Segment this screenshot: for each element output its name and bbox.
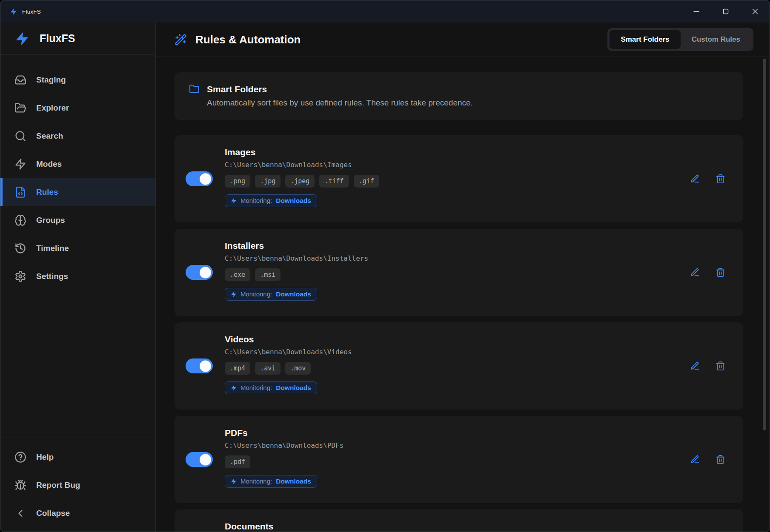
- sidebar-footer: Help Report Bug Collapse: [0, 438, 155, 532]
- monitoring-badge: Monitoring: Downloads: [225, 475, 317, 488]
- rule-name: Documents: [225, 521, 273, 532]
- extension-chip: .tiff: [319, 175, 349, 188]
- edit-rule-icon[interactable]: [690, 361, 700, 371]
- extension-chip: .mov: [285, 362, 311, 375]
- zap-icon: [231, 385, 237, 391]
- sidebar: FluxFS Staging Explorer Search Modes: [0, 23, 156, 532]
- sidebar-nav: Staging Explorer Search Modes Rules: [0, 55, 155, 438]
- delete-rule-icon[interactable]: [716, 455, 725, 464]
- zap-icon: [231, 478, 237, 484]
- toggle-knob: [200, 454, 211, 465]
- rule-actions: [690, 455, 725, 464]
- folder-open-icon: [14, 102, 26, 114]
- search-icon: [14, 130, 26, 142]
- sidebar-item[interactable]: Staging: [0, 66, 155, 94]
- close-button[interactable]: [740, 0, 770, 23]
- sidebar-footer-item[interactable]: Report Bug: [0, 471, 155, 499]
- rule-name: Installers: [225, 240, 264, 251]
- edit-rule-icon[interactable]: [690, 174, 700, 184]
- info-card-description: Automatically sort files by use defined …: [207, 98, 729, 108]
- view-tab[interactable]: Custom Rules: [681, 30, 751, 49]
- monitoring-target-link[interactable]: Downloads: [276, 290, 311, 298]
- toggle-knob: [200, 173, 211, 185]
- page-header: Rules & Automation Smart Folders Custom …: [156, 23, 770, 57]
- sidebar-item[interactable]: Explorer: [0, 94, 155, 122]
- monitoring-target-link[interactable]: Downloads: [276, 478, 311, 485]
- rule-card: Videos C:\Users\benna\Downloads\Videos .…: [175, 322, 743, 410]
- maximize-button[interactable]: [711, 0, 740, 23]
- bug-icon: [14, 479, 26, 491]
- chevron-left-icon: [14, 507, 26, 519]
- folder-icon: [189, 84, 200, 94]
- sidebar-footer-item-label: Help: [36, 452, 54, 462]
- extension-chip: .png: [225, 175, 250, 188]
- rule-path: C:\Users\benna\Downloads\Images: [225, 161, 352, 169]
- sidebar-item-label: Timeline: [36, 244, 69, 253]
- sidebar-footer-item[interactable]: Help: [0, 443, 155, 471]
- rule-card: Installers C:\Users\benna\Downloads\Inst…: [175, 229, 743, 316]
- monitoring-target-link[interactable]: Downloads: [276, 384, 311, 392]
- rule-card: Images C:\Users\benna\Downloads\Images .…: [175, 135, 743, 222]
- sidebar-item[interactable]: Timeline: [0, 234, 155, 262]
- rule-enabled-toggle[interactable]: [186, 171, 213, 186]
- rule-path: C:\Users\benna\Downloads\Videos: [225, 348, 352, 356]
- inbox-icon: [14, 74, 26, 86]
- rule-actions: [690, 361, 725, 371]
- sidebar-footer-item[interactable]: Collapse: [0, 499, 155, 527]
- extension-chip: .pdf: [225, 455, 250, 468]
- page-title: Rules & Automation: [195, 33, 301, 46]
- extension-chip: .msi: [255, 268, 281, 281]
- extension-chip: .avi: [255, 362, 281, 375]
- smart-folders-info-card: Smart Folders Automatically sort files b…: [175, 72, 743, 120]
- help-circle-icon: [14, 451, 26, 463]
- delete-rule-icon[interactable]: [716, 361, 725, 371]
- rule-enabled-toggle[interactable]: [186, 265, 213, 280]
- delete-rule-icon[interactable]: [716, 267, 725, 277]
- monitoring-label: Monitoring:: [240, 384, 272, 391]
- rule-path: C:\Users\benna\Downloads\Installers: [225, 254, 368, 262]
- rule-card: PDFs C:\Users\benna\Downloads\PDFs .pdf …: [175, 416, 743, 503]
- monitoring-label: Monitoring:: [240, 290, 272, 298]
- titlebar: FluxFS: [0, 0, 770, 23]
- sidebar-item[interactable]: Rules: [0, 178, 155, 206]
- main-panel: Rules & Automation Smart Folders Custom …: [156, 23, 770, 532]
- scrollbar-thumb[interactable]: [763, 59, 766, 430]
- wand-sparkles-icon: [175, 34, 187, 46]
- rule-extensions: .exe.msi: [225, 268, 281, 281]
- sidebar-item-label: Rules: [36, 188, 58, 197]
- sidebar-footer-item-label: Collapse: [36, 509, 70, 518]
- sidebar-item[interactable]: Groups: [0, 206, 155, 234]
- monitoring-target-link[interactable]: Downloads: [276, 197, 311, 205]
- gear-icon: [14, 270, 26, 282]
- logo-title: FluxFS: [40, 32, 75, 45]
- rule-extensions: .mp4.avi.mov: [225, 362, 311, 375]
- history-icon: [14, 242, 26, 254]
- rules-content: Smart Folders Automatically sort files b…: [156, 57, 770, 532]
- titlebar-title: FluxFS: [22, 9, 41, 15]
- rule-enabled-toggle[interactable]: [186, 452, 213, 467]
- toggle-knob: [200, 267, 211, 278]
- monitoring-label: Monitoring:: [240, 478, 272, 485]
- edit-rule-icon[interactable]: [690, 267, 700, 277]
- extension-chip: .jpg: [255, 175, 281, 188]
- edit-rule-icon[interactable]: [690, 455, 700, 464]
- sidebar-item[interactable]: Settings: [0, 262, 155, 290]
- zap-icon: [14, 158, 26, 170]
- info-card-title: Smart Folders: [207, 84, 267, 94]
- sidebar-item[interactable]: Modes: [0, 150, 155, 178]
- file-code-icon: [14, 186, 26, 198]
- rule-name: Videos: [225, 334, 254, 345]
- rule-name: PDFs: [225, 427, 248, 438]
- monitoring-label: Monitoring:: [240, 197, 272, 204]
- minimize-button[interactable]: [681, 0, 711, 23]
- delete-rule-icon[interactable]: [716, 174, 725, 184]
- logo-bolt-icon: [15, 31, 29, 46]
- extension-chip: .mp4: [225, 362, 250, 375]
- view-tab[interactable]: Smart Folders: [610, 30, 680, 49]
- rule-enabled-toggle[interactable]: [186, 358, 213, 373]
- sidebar-item[interactable]: Search: [0, 122, 155, 150]
- extension-chip: .gif: [354, 175, 379, 188]
- toggle-knob: [200, 360, 211, 372]
- sidebar-item-label: Explorer: [36, 103, 69, 113]
- extension-chip: .exe: [225, 268, 250, 281]
